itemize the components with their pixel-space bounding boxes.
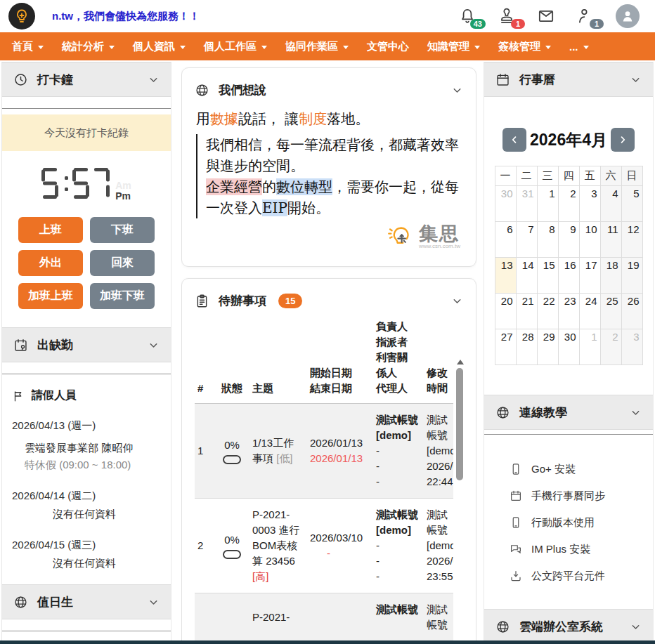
attendance-panel-header[interactable]: 出缺勤: [2, 327, 171, 362]
message-card-header[interactable]: 我們想說: [182, 68, 476, 104]
weekday-header: 五: [579, 166, 600, 186]
nav-item-2[interactable]: 統計分析: [53, 32, 124, 60]
calendar-day-today[interactable]: 13: [495, 258, 516, 294]
nav-item-9[interactable]: ...: [560, 32, 598, 60]
tutorial-link-1[interactable]: Go+ 安裝: [510, 456, 653, 482]
calendar-day[interactable]: 26: [621, 294, 642, 329]
todo-row-3[interactable]: P-2021-測試帳號測試帳號: [195, 593, 453, 640]
calendar-day[interactable]: 24: [579, 294, 600, 329]
nav-item-6[interactable]: 文管中心: [358, 32, 418, 60]
calendar-day[interactable]: 3: [621, 329, 642, 365]
calendar-prev-button[interactable]: [502, 128, 526, 152]
punch-button-3[interactable]: 外出: [18, 250, 83, 276]
calendar-panel-header[interactable]: 行事曆: [484, 62, 653, 97]
message-card: 我們想說 用數據說話， 讓制度落地。 我們相信，每一筆流程背後，都藏著效率與進步…: [181, 67, 476, 267]
tutorial-link-5[interactable]: 公文跨平台元件: [510, 563, 653, 589]
calendar-day[interactable]: 4: [600, 186, 621, 222]
todo-row-2[interactable]: 20%P-2021-0003 進行 BOM表核算 23456 [高]2026/0…: [195, 499, 453, 593]
caret-down-icon: [109, 46, 115, 49]
notifications-button[interactable]: 43: [458, 7, 476, 25]
nav-item-7[interactable]: 知識管理: [418, 32, 489, 60]
calendar-day[interactable]: 5: [621, 186, 642, 222]
app-logo[interactable]: [8, 3, 35, 29]
calendar-day[interactable]: 31: [516, 186, 537, 222]
calendar-day[interactable]: 1: [579, 329, 600, 365]
tutorial-panel-header[interactable]: 連線教學: [484, 395, 653, 430]
calendar-next-button[interactable]: [611, 128, 635, 152]
calendar-day[interactable]: 22: [537, 294, 558, 329]
nav-item-3[interactable]: 個人資訊: [124, 32, 195, 60]
chevron-down-icon[interactable]: [148, 596, 160, 608]
approvals-button[interactable]: 1: [498, 7, 516, 25]
calendar-day[interactable]: 21: [516, 294, 537, 329]
chevron-down-icon[interactable]: [451, 295, 463, 307]
visitors-button[interactable]: 1: [576, 7, 595, 25]
nav-item-1[interactable]: 首頁: [3, 32, 53, 60]
punch-button-2[interactable]: 下班: [90, 217, 155, 243]
text-segment: 開始。: [287, 199, 330, 216]
tutorial-link-3[interactable]: 行動版本使用: [510, 509, 653, 536]
chevron-down-icon[interactable]: [630, 621, 642, 633]
todo-row-1[interactable]: 10%1/13工作 事項 [低]2026/01/132026/01/13測試帳號…: [195, 404, 453, 499]
punch-buttons: 上班下班外出回來加班上班加班下班: [2, 217, 171, 309]
calendar-day[interactable]: 23: [558, 294, 579, 329]
text-segment: 企業經營: [206, 178, 262, 195]
chevron-down-icon[interactable]: [148, 74, 160, 86]
nav-item-5[interactable]: 協同作業區: [276, 32, 358, 60]
punch-button-1[interactable]: 上班: [18, 217, 83, 243]
todo-rows: 10%1/13工作 事項 [低]2026/01/132026/01/13測試帳號…: [195, 404, 453, 640]
calendar-day[interactable]: 9: [558, 222, 579, 258]
chevron-down-icon[interactable]: [630, 74, 642, 86]
duty-panel-header[interactable]: 值日生: [2, 584, 171, 619]
calendar-day[interactable]: 20: [495, 294, 516, 329]
scrollbar-thumb[interactable]: [456, 368, 463, 480]
chevron-down-icon[interactable]: [451, 84, 463, 96]
scrollbar-up-arrow[interactable]: [457, 360, 464, 364]
calendar-icon: [510, 489, 522, 502]
punch-notice: 今天沒有打卡紀錄: [2, 114, 171, 151]
cloud-panel-header[interactable]: 雲端辦公室系統: [484, 609, 653, 640]
tutorial-link-4[interactable]: IM Plus 安裝: [510, 536, 653, 563]
todo-row-modified: 測試帳號 [demo] 2026/03/10 23:55: [427, 507, 453, 584]
calendar-day[interactable]: 29: [537, 329, 558, 365]
punch-button-4[interactable]: 回來: [90, 250, 155, 276]
calendar-day[interactable]: 14: [516, 258, 537, 294]
calendar-day[interactable]: 15: [537, 258, 558, 294]
mail-button[interactable]: [537, 7, 555, 25]
calendar-day[interactable]: 1: [537, 186, 558, 222]
nav-item-8[interactable]: 簽核管理: [489, 32, 560, 60]
calendar-day[interactable]: 25: [600, 294, 621, 329]
calendar-day[interactable]: 7: [516, 222, 537, 258]
calendar-day[interactable]: 30: [558, 329, 579, 365]
clock-icon: [13, 72, 28, 87]
punch-button-5[interactable]: 加班上班: [18, 283, 83, 309]
calendar-day[interactable]: 30: [495, 186, 516, 222]
calendar-day[interactable]: 16: [558, 258, 579, 294]
caret-down-icon: [180, 46, 186, 49]
user-avatar[interactable]: [616, 4, 640, 28]
calendar-day[interactable]: 27: [495, 329, 516, 365]
calendar-day[interactable]: 12: [621, 222, 642, 258]
main-nav: 首頁統計分析個人資訊個人工作區協同作業區文管中心知識管理簽核管理...: [0, 32, 655, 60]
chevron-down-icon[interactable]: [148, 339, 160, 351]
calendar-day[interactable]: 8: [537, 222, 558, 258]
calendar-title: 行事曆: [519, 72, 555, 88]
calendar-day[interactable]: 10: [579, 222, 600, 258]
tutorial-link-2[interactable]: 手機行事曆同步: [510, 482, 653, 509]
todo-row-num: 2: [195, 538, 212, 553]
punch-button-6[interactable]: 加班下班: [90, 283, 155, 309]
calendar-day[interactable]: 17: [579, 258, 600, 294]
chevron-down-icon[interactable]: [630, 407, 642, 419]
nav-item-4[interactable]: 個人工作區: [195, 32, 276, 60]
todo-card-header[interactable]: 待辦事項 15: [182, 279, 476, 315]
calendar-day[interactable]: 19: [621, 258, 642, 294]
calendar-day[interactable]: 28: [516, 329, 537, 365]
calendar-day[interactable]: 6: [495, 222, 516, 258]
todo-scrollbar[interactable]: [455, 360, 465, 640]
calendar-day[interactable]: 2: [600, 329, 621, 365]
calendar-day[interactable]: 3: [579, 186, 600, 222]
calendar-day[interactable]: 11: [600, 222, 621, 258]
calendar-day[interactable]: 2: [558, 186, 579, 222]
calendar-day[interactable]: 18: [600, 258, 621, 294]
punch-clock-panel-header[interactable]: 打卡鐘: [2, 62, 171, 97]
